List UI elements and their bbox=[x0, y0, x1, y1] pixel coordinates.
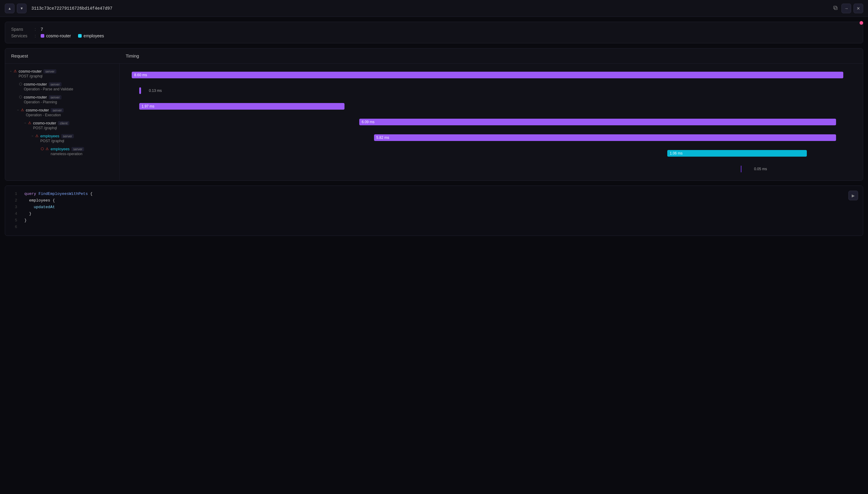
span-sub: Operation - Planning bbox=[24, 100, 61, 104]
span-row[interactable]: − ⚠ cosmo-router server POST /graphql bbox=[5, 67, 119, 80]
timing-row: 0.13 ms bbox=[125, 83, 858, 98]
timing-bar: 1.06 ms bbox=[667, 150, 807, 157]
top-actions: → ✕ bbox=[842, 4, 863, 13]
timing-label: 1.97 ms bbox=[142, 104, 154, 109]
span-kind: server bbox=[71, 147, 85, 151]
hex-warn-icon: ⬡ bbox=[41, 147, 44, 151]
code-line: 4 } bbox=[10, 211, 858, 217]
code-line: 6 bbox=[10, 224, 858, 230]
span-name: employees bbox=[40, 134, 59, 138]
timing-bar-wrapper: 6.09 ms bbox=[125, 118, 858, 126]
span-toggle[interactable]: − bbox=[17, 109, 19, 112]
service2-dot bbox=[78, 34, 82, 38]
span-name: cosmo-router bbox=[24, 82, 47, 87]
timing-row: 8.60 ms bbox=[125, 67, 858, 83]
code-prop: updatedAt bbox=[24, 205, 55, 209]
span-content: employees server nameless-operation bbox=[51, 147, 84, 156]
code-bracket: { bbox=[90, 192, 93, 196]
timing-column: 8.60 ms 0.13 ms 1.97 ms bbox=[119, 63, 863, 180]
span-kind: server bbox=[61, 134, 74, 138]
summary-card: Spans : 7 Services : cosmo-router employ… bbox=[5, 22, 863, 43]
span-row[interactable]: − ⚠ employees server POST /graphql bbox=[5, 132, 119, 145]
span-sub: Operation - Parse and Validate bbox=[24, 87, 73, 91]
notification-dot bbox=[860, 21, 863, 25]
timing-bar-wrapper: 1.97 ms bbox=[125, 102, 858, 111]
timing-label: 8.60 ms bbox=[134, 73, 147, 77]
span-sub: nameless-operation bbox=[51, 152, 84, 156]
trace-id: 3113c73ce72279116726bd14f4e47d97 bbox=[31, 6, 828, 11]
timing-bar: 8.60 ms bbox=[132, 72, 843, 78]
code-keyword: query bbox=[24, 192, 36, 196]
play-button[interactable]: ▶ bbox=[848, 191, 858, 200]
span-name: employees bbox=[51, 147, 70, 151]
trace-panel: Request Timing − ⚠ cosmo-router server P… bbox=[5, 48, 863, 181]
trace-body: − ⚠ cosmo-router server POST /graphql ⬡ bbox=[5, 63, 863, 180]
timing-row: 0.05 ms bbox=[125, 161, 858, 177]
span-kind: client bbox=[58, 121, 69, 125]
timing-bar-wrapper: 8.60 ms bbox=[125, 71, 858, 79]
span-toggle[interactable]: − bbox=[24, 121, 26, 125]
request-header: Request bbox=[11, 53, 126, 58]
line-num: 5 bbox=[10, 217, 17, 224]
line-num: 2 bbox=[10, 197, 17, 204]
code-bracket: } bbox=[24, 211, 31, 216]
span-sub: POST /graphql bbox=[33, 126, 69, 130]
service1-dot bbox=[41, 34, 44, 38]
timing-bar: 6.09 ms bbox=[359, 119, 836, 125]
service2-badge: employees bbox=[78, 34, 104, 38]
warn-icon: ⚠ bbox=[14, 69, 17, 73]
code-line: 1 query FindEmployeesWithPets { bbox=[10, 191, 858, 197]
service1-name: cosmo-router bbox=[46, 34, 71, 38]
span-row[interactable]: − ⚠ cosmo-router client POST /graphql bbox=[5, 119, 119, 132]
code-line: 2 employees { bbox=[10, 197, 858, 204]
nav-forward-button[interactable]: ▼ bbox=[17, 4, 26, 13]
warn-icon: ⚠ bbox=[35, 134, 39, 138]
code-content: 1 query FindEmployeesWithPets { 2 employ… bbox=[10, 191, 858, 231]
span-row[interactable]: ⬡ ⚠ employees server nameless-operation bbox=[5, 145, 119, 158]
copy-button[interactable] bbox=[832, 4, 839, 12]
line-num: 1 bbox=[10, 191, 17, 197]
close-button[interactable]: ✕ bbox=[853, 4, 863, 13]
span-toggle[interactable]: − bbox=[32, 134, 34, 138]
code-function: FindEmployeesWithPets bbox=[39, 192, 88, 196]
warn-icon: ⚠ bbox=[45, 147, 49, 151]
span-row[interactable]: − ⚠ cosmo-router server Operation - Exec… bbox=[5, 106, 119, 119]
forward-button[interactable]: → bbox=[842, 4, 851, 13]
warn-icon: ⚠ bbox=[28, 121, 31, 125]
timing-header: Timing bbox=[126, 53, 857, 58]
play-icon: ▶ bbox=[852, 193, 855, 198]
trace-header: Request Timing bbox=[5, 49, 863, 63]
span-name: cosmo-router bbox=[26, 108, 49, 112]
svg-rect-1 bbox=[834, 6, 836, 9]
span-content: cosmo-router server Operation - Planning bbox=[24, 95, 61, 104]
timing-label: 5.82 ms bbox=[376, 136, 389, 140]
timing-label: 0.05 ms bbox=[754, 167, 767, 171]
timing-row: 6.09 ms bbox=[125, 114, 858, 130]
span-kind: server bbox=[49, 95, 62, 99]
span-row[interactable]: ⬡ cosmo-router server Operation - Planni… bbox=[5, 93, 119, 106]
timing-row: 1.97 ms bbox=[125, 98, 858, 114]
timing-row: 1.06 ms bbox=[125, 146, 858, 161]
service2-name: employees bbox=[84, 34, 104, 38]
span-name: cosmo-router bbox=[19, 69, 42, 74]
span-content: cosmo-router server Operation - Parse an… bbox=[24, 82, 73, 91]
spans-label: Spans bbox=[11, 27, 32, 32]
services-row: Services : cosmo-router employees bbox=[11, 34, 857, 38]
code-line: 3 updatedAt bbox=[10, 204, 858, 211]
timing-row: 5.82 ms bbox=[125, 130, 858, 146]
span-kind: server bbox=[43, 69, 56, 74]
timing-label: 6.09 ms bbox=[362, 120, 375, 124]
span-content: employees server POST /graphql bbox=[40, 134, 74, 143]
span-content: cosmo-router client POST /graphql bbox=[33, 121, 69, 130]
span-name: cosmo-router bbox=[33, 121, 56, 125]
timing-bar-wrapper: 5.82 ms bbox=[125, 133, 858, 142]
nav-back-button[interactable]: ▲ bbox=[5, 4, 15, 13]
span-toggle[interactable]: − bbox=[10, 70, 12, 73]
timing-bar: 1.97 ms bbox=[139, 103, 345, 110]
request-column: − ⚠ cosmo-router server POST /graphql ⬡ bbox=[5, 63, 119, 180]
span-content: cosmo-router server POST /graphql bbox=[19, 69, 56, 78]
span-sub: POST /graphql bbox=[40, 139, 74, 143]
code-bracket: } bbox=[24, 218, 27, 223]
span-row[interactable]: ⬡ cosmo-router server Operation - Parse … bbox=[5, 80, 119, 93]
service1-badge: cosmo-router bbox=[41, 34, 71, 38]
